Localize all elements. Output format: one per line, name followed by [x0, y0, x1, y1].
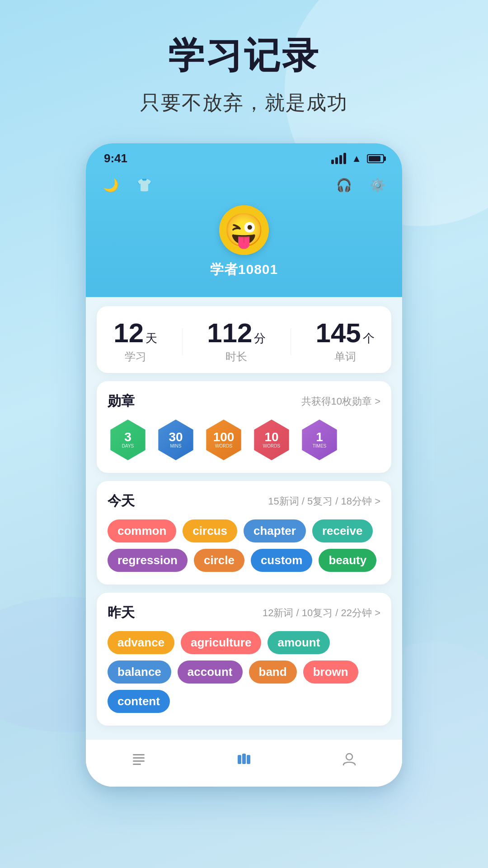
page-subtitle: 只要不放弃，就是成功 — [140, 90, 348, 116]
svg-rect-3 — [133, 764, 141, 765]
headphone-icon[interactable]: 🎧 — [333, 174, 355, 196]
word-tag[interactable]: content — [108, 690, 170, 713]
bottom-nav — [86, 739, 402, 787]
word-tag[interactable]: band — [249, 660, 297, 684]
status-bar: 9:41 ▲ — [86, 143, 402, 169]
stat-days: 12 天 学习 — [113, 320, 157, 364]
signal-icon — [331, 153, 346, 164]
word-tag[interactable]: receive — [312, 519, 373, 542]
nav-item-profile[interactable] — [324, 748, 375, 774]
svg-rect-5 — [242, 754, 246, 764]
word-tag[interactable]: account — [178, 660, 243, 684]
phone-frame: 9:41 ▲ 🌙 👕 🎧 ⚙️ � — [86, 143, 402, 787]
word-tag[interactable]: circus — [183, 519, 237, 542]
badge-item: 30 MINS — [155, 420, 196, 460]
badge-card-header: 勋章 共获得10枚勋章 > — [108, 392, 380, 410]
avatar-area: 😜 学者10801 — [99, 205, 389, 279]
avatar: 😜 — [219, 205, 269, 255]
stat-days-unit: 天 — [145, 330, 157, 346]
list-icon — [131, 751, 146, 770]
stat-minutes-unit: 分 — [254, 330, 266, 346]
settings-icon[interactable]: ⚙️ — [366, 174, 389, 196]
today-card: 今天 15新词 / 5复习 / 18分钟 > common circus cha… — [97, 481, 391, 585]
today-words-grid: common circus chapter receive regression… — [108, 519, 380, 572]
word-tag[interactable]: circle — [194, 549, 244, 572]
word-tag[interactable]: chapter — [244, 519, 306, 542]
nav-item-list[interactable] — [113, 748, 164, 774]
badges-row: 3 DAYS 30 MINS 100 WORDS 10 WORDS 1 TI — [108, 420, 380, 460]
word-tag[interactable]: beauty — [319, 549, 376, 572]
profile-icon — [342, 751, 357, 770]
yesterday-title: 昨天 — [108, 604, 135, 622]
word-tag[interactable]: advance — [108, 631, 174, 654]
badge-item: 10 WORDS — [251, 420, 292, 460]
header-icons: 🌙 👕 🎧 ⚙️ — [99, 174, 389, 196]
today-stats[interactable]: 15新词 / 5复习 / 18分钟 > — [268, 495, 380, 508]
stat-words-label: 单词 — [334, 349, 356, 364]
svg-rect-1 — [133, 757, 145, 759]
stat-minutes-label: 时长 — [225, 349, 247, 364]
badge-item: 1 TIMES — [299, 420, 340, 460]
badge-item: 100 WORDS — [203, 420, 244, 460]
svg-rect-2 — [133, 760, 145, 762]
word-tag[interactable]: brown — [303, 660, 358, 684]
stat-days-label: 学习 — [125, 349, 146, 364]
stats-card: 12 天 学习 112 分 时长 145 个 单词 — [97, 306, 391, 373]
stat-minutes: 112 分 时长 — [207, 320, 266, 364]
shirt-icon[interactable]: 👕 — [133, 174, 155, 196]
yesterday-card: 昨天 12新词 / 10复习 / 22分钟 > advance agricult… — [97, 593, 391, 726]
word-tag[interactable]: common — [108, 519, 176, 542]
word-tag[interactable]: custom — [251, 549, 312, 572]
badge-link[interactable]: 共获得10枚勋章 > — [301, 395, 380, 408]
books-icon — [236, 751, 252, 770]
yesterday-words-grid: advance agriculture amount balance accou… — [108, 631, 380, 713]
badge-item: 3 DAYS — [108, 420, 148, 460]
stat-minutes-value: 112 — [207, 320, 252, 347]
stat-days-value: 12 — [113, 320, 144, 347]
wifi-icon: ▲ — [352, 153, 361, 165]
svg-point-7 — [346, 754, 352, 760]
username: 学者10801 — [210, 260, 278, 279]
word-tag[interactable]: regression — [108, 549, 188, 572]
status-right: ▲ — [331, 153, 384, 165]
word-tag[interactable]: balance — [108, 660, 171, 684]
yesterday-card-header: 昨天 12新词 / 10复习 / 22分钟 > — [108, 604, 380, 622]
today-card-header: 今天 15新词 / 5复习 / 18分钟 > — [108, 492, 380, 510]
page-title: 学习记录 — [168, 32, 320, 80]
status-time: 9:41 — [104, 151, 127, 165]
badge-card: 勋章 共获得10枚勋章 > 3 DAYS 30 MINS 100 WORDS 1… — [97, 381, 391, 473]
nav-item-books[interactable] — [218, 748, 270, 774]
word-tag[interactable]: amount — [267, 631, 330, 654]
today-title: 今天 — [108, 492, 135, 510]
stat-words: 145 个 单词 — [316, 320, 375, 364]
stat-words-unit: 个 — [363, 330, 375, 346]
svg-rect-6 — [247, 755, 250, 764]
yesterday-stats[interactable]: 12新词 / 10复习 / 22分钟 > — [263, 606, 380, 620]
cards-area: 12 天 学习 112 分 时长 145 个 单词 — [86, 297, 402, 739]
word-tag[interactable]: agriculture — [181, 631, 261, 654]
svg-rect-4 — [238, 755, 241, 764]
svg-rect-0 — [133, 754, 145, 755]
phone-header: 🌙 👕 🎧 ⚙️ 😜 学者10801 — [86, 169, 402, 297]
moon-icon[interactable]: 🌙 — [99, 174, 122, 196]
battery-icon — [367, 154, 384, 163]
stat-words-value: 145 — [316, 320, 361, 347]
badge-title: 勋章 — [108, 392, 135, 410]
